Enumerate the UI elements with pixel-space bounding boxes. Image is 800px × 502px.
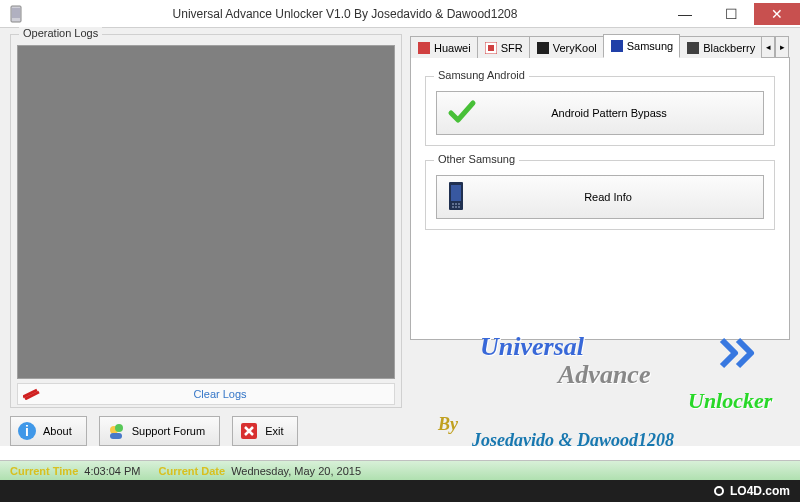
- brand-universal: Universal: [480, 332, 584, 362]
- svg-rect-6: [110, 433, 122, 439]
- tab-label: Blackberry: [703, 42, 755, 54]
- svg-rect-17: [455, 203, 457, 205]
- verykool-icon: [536, 41, 550, 55]
- phone-icon: [447, 181, 465, 213]
- svg-rect-11: [537, 42, 549, 54]
- maximize-button[interactable]: ☐: [708, 3, 754, 25]
- watermark-icon: [714, 486, 724, 496]
- close-button[interactable]: ✕: [754, 3, 800, 25]
- svg-rect-12: [611, 40, 623, 52]
- svg-rect-19: [452, 206, 454, 208]
- svg-rect-18: [458, 203, 460, 205]
- watermark: LO4D.com: [0, 480, 800, 502]
- svg-rect-20: [455, 206, 457, 208]
- android-pattern-bypass-button[interactable]: Android Pattern Bypass: [436, 91, 764, 135]
- check-icon: [447, 99, 477, 127]
- titlebar: Universal Advance Unlocker V1.0 By Josed…: [0, 0, 800, 28]
- about-label: About: [43, 425, 72, 437]
- tab-content: Samsung Android Android Pattern Bypass O…: [410, 58, 790, 340]
- svg-rect-13: [687, 42, 699, 54]
- svg-text:i: i: [25, 423, 29, 439]
- svg-rect-16: [452, 203, 454, 205]
- svg-point-5: [115, 424, 123, 432]
- logs-textarea[interactable]: [17, 45, 395, 379]
- tab-label: Huawei: [434, 42, 471, 54]
- section-label: Samsung Android: [434, 69, 529, 81]
- main-area: Operation Logs Clear Logs i About Supp: [0, 28, 800, 446]
- tab-sfr[interactable]: SFR: [477, 36, 530, 58]
- exit-button[interactable]: Exit: [232, 416, 298, 446]
- tab-verykool[interactable]: VeryKool: [529, 36, 604, 58]
- operation-logs-group: Operation Logs Clear Logs: [10, 34, 402, 408]
- support-icon: [106, 421, 126, 441]
- button-label: Android Pattern Bypass: [495, 107, 763, 119]
- svg-rect-21: [458, 206, 460, 208]
- time-value: 4:03:04 PM: [84, 465, 140, 477]
- app-icon: [4, 2, 28, 26]
- tab-blackberry[interactable]: Blackberry: [679, 36, 762, 58]
- brand-by: By: [438, 414, 458, 435]
- brand-credits: Josedavido & Dawood1208: [472, 430, 674, 451]
- button-label: Read Info: [483, 191, 763, 203]
- svg-rect-1: [12, 8, 20, 18]
- about-button[interactable]: i About: [10, 416, 87, 446]
- support-forum-button[interactable]: Support Forum: [99, 416, 220, 446]
- tab-label: Samsung: [627, 40, 673, 52]
- statusbar: Current Time 4:03:04 PM Current Date Wed…: [0, 460, 800, 480]
- svg-rect-15: [451, 185, 461, 201]
- watermark-text: LO4D.com: [730, 484, 790, 498]
- tab-label: VeryKool: [553, 42, 597, 54]
- svg-rect-10: [488, 45, 494, 51]
- forward-arrows-icon: [718, 336, 762, 374]
- tab-label: SFR: [501, 42, 523, 54]
- brand-unlocker: Unlocker: [688, 388, 772, 414]
- window-controls: — ☐ ✕: [662, 3, 800, 25]
- sfr-icon: [484, 41, 498, 55]
- samsung-icon: [610, 39, 624, 53]
- exit-label: Exit: [265, 425, 283, 437]
- brand-advance: Advance: [558, 360, 650, 390]
- clear-logs-label: Clear Logs: [46, 388, 394, 400]
- window-title: Universal Advance Unlocker V1.0 By Josed…: [28, 7, 662, 21]
- section-label: Other Samsung: [434, 153, 519, 165]
- date-value: Wednesday, May 20, 2015: [231, 465, 361, 477]
- blackberry-icon: [686, 41, 700, 55]
- time-label: Current Time: [10, 465, 78, 477]
- clear-logs-icon: [18, 388, 46, 400]
- samsung-android-group: Samsung Android Android Pattern Bypass: [425, 76, 775, 146]
- clear-logs-button[interactable]: Clear Logs: [17, 383, 395, 405]
- huawei-icon: [417, 41, 431, 55]
- date-label: Current Date: [159, 465, 226, 477]
- support-label: Support Forum: [132, 425, 205, 437]
- info-icon: i: [17, 421, 37, 441]
- svg-rect-8: [418, 42, 430, 54]
- tabs-bar: Huawei SFR VeryKool Samsung Blackberry ◂…: [410, 34, 790, 58]
- tab-samsung[interactable]: Samsung: [603, 34, 680, 58]
- read-info-button[interactable]: Read Info: [436, 175, 764, 219]
- minimize-button[interactable]: —: [662, 3, 708, 25]
- tabs-scroll-right[interactable]: ▸: [775, 36, 789, 58]
- left-panel: Operation Logs Clear Logs i About Supp: [10, 34, 402, 446]
- tabs-scroll-left[interactable]: ◂: [761, 36, 775, 58]
- exit-icon: [239, 421, 259, 441]
- bottom-buttons: i About Support Forum Exit: [10, 416, 402, 446]
- logs-group-label: Operation Logs: [19, 27, 102, 39]
- tab-huawei[interactable]: Huawei: [410, 36, 478, 58]
- other-samsung-group: Other Samsung Read Info: [425, 160, 775, 230]
